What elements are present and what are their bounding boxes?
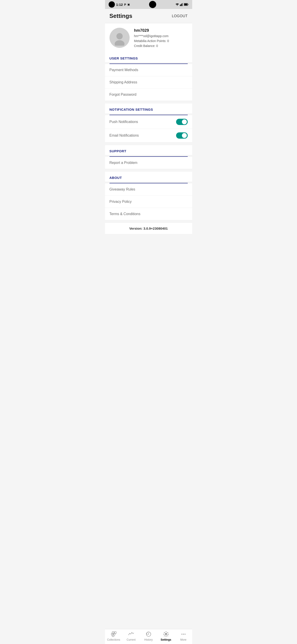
center-indicator [149, 1, 156, 8]
status-right [175, 3, 188, 6]
status-bar: 1:12 P ▣ [105, 0, 192, 9]
email-notifications-toggle[interactable] [176, 132, 188, 139]
push-notifications-label: Push Notifications [109, 120, 138, 124]
about-title: ABOUT [109, 176, 122, 180]
push-toggle-slider [176, 119, 188, 125]
profile-username: hm7029 [134, 28, 169, 33]
profile-email: hm****od@igotitapp.com [134, 34, 169, 38]
svg-point-8 [115, 40, 124, 46]
notification-settings-title: NOTIFICATION SETTINGS [109, 108, 153, 111]
privacy-policy-item[interactable]: Privacy Policy [105, 196, 192, 208]
payment-methods-label: Payment Methods [109, 68, 138, 72]
avatar [109, 28, 130, 48]
logout-button[interactable]: LOGOUT [172, 14, 188, 18]
privacy-policy-label: Privacy Policy [109, 200, 132, 204]
wifi-icon [175, 3, 179, 6]
report-problem-item[interactable]: Report a Problem [105, 157, 192, 169]
report-problem-label: Report a Problem [109, 161, 137, 164]
giveaway-rules-item[interactable]: Giveaway Rules [105, 183, 192, 196]
email-notifications-row: Email Notifications [105, 129, 192, 142]
app-header: Settings LOGOUT [105, 9, 192, 23]
status-icon-p: P [124, 3, 126, 6]
notification-settings-section: NOTIFICATION SETTINGS Push Notifications… [105, 104, 192, 142]
version-info: Version: 3.0.9+23080401 [105, 223, 192, 234]
camera-indicator [109, 1, 115, 8]
forgot-password-item[interactable]: Forgot Password [105, 88, 192, 101]
support-section: SUPPORT Report a Problem [105, 145, 192, 169]
status-icon-card: ▣ [127, 3, 130, 6]
push-notifications-row: Push Notifications [105, 115, 192, 129]
shipping-address-item[interactable]: Shipping Address [105, 76, 192, 88]
status-time: 1:12 [116, 3, 123, 6]
svg-rect-0 [180, 5, 181, 6]
settings-content: USER SETTINGS Payment Methods Shipping A… [105, 52, 192, 288]
profile-section: hm7029 hm****od@igotitapp.com Metabilia … [105, 23, 192, 52]
page-title: Settings [109, 12, 133, 20]
user-settings-title: USER SETTINGS [109, 56, 138, 60]
terms-conditions-label: Terms & Conditions [109, 212, 141, 216]
support-title: SUPPORT [109, 149, 126, 153]
about-header: ABOUT [105, 172, 192, 182]
notification-settings-header: NOTIFICATION SETTINGS [105, 104, 192, 113]
svg-point-7 [116, 33, 123, 39]
push-notifications-toggle[interactable] [176, 119, 188, 125]
payment-methods-item[interactable]: Payment Methods [105, 64, 192, 76]
email-notifications-label: Email Notifications [109, 134, 139, 138]
support-header: SUPPORT [105, 145, 192, 155]
svg-rect-5 [188, 4, 188, 5]
profile-credits: Credit Balance: 0 [134, 44, 169, 48]
profile-info: hm7029 hm****od@igotitapp.com Metabilia … [134, 28, 169, 48]
shipping-address-label: Shipping Address [109, 80, 137, 84]
terms-conditions-item[interactable]: Terms & Conditions [105, 208, 192, 220]
email-toggle-slider [176, 132, 188, 139]
status-center [149, 1, 156, 8]
battery-icon [184, 3, 188, 6]
forgot-password-label: Forgot Password [109, 92, 137, 96]
giveaway-rules-label: Giveaway Rules [109, 188, 135, 191]
svg-rect-6 [184, 4, 187, 5]
profile-points: Metabilia Action Points: 0 [134, 39, 169, 43]
about-section: ABOUT Giveaway Rules Privacy Policy Term… [105, 172, 192, 220]
svg-rect-3 [183, 3, 183, 6]
svg-rect-2 [182, 3, 182, 6]
user-settings-header: USER SETTINGS [105, 52, 192, 62]
status-left: 1:12 P ▣ [109, 1, 130, 8]
svg-rect-1 [181, 4, 181, 6]
user-settings-section: USER SETTINGS Payment Methods Shipping A… [105, 52, 192, 101]
signal-icon [180, 3, 183, 6]
